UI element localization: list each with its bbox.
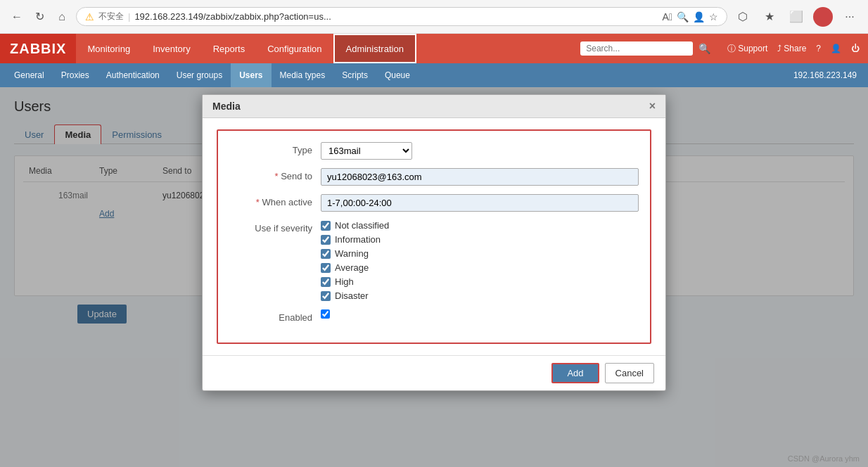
- top-nav-right: ⓘ Support ⤴ Share ? 👤 ⏻: [719, 41, 868, 56]
- type-label: Type: [229, 142, 321, 155]
- enabled-label: Enabled: [229, 309, 321, 323]
- modal-cancel-button[interactable]: Cancel: [605, 363, 654, 383]
- severity-not-classified-label: Not classified: [335, 220, 389, 231]
- whenactive-label: When active: [229, 194, 321, 207]
- modal-add-button[interactable]: Add: [551, 363, 599, 383]
- subnav-authentication[interactable]: Authentication: [98, 63, 168, 87]
- severity-average-row: Average: [321, 262, 639, 273]
- profile-avatar[interactable]: [813, 7, 833, 27]
- sub-navigation: General Proxies Authentication User grou…: [0, 63, 868, 87]
- subnav-scripts[interactable]: Scripts: [333, 63, 376, 87]
- enabled-control: [321, 309, 639, 321]
- severity-not-classified-row: Not classified: [321, 220, 639, 231]
- severity-label: Use if severity: [229, 220, 321, 234]
- severity-high-checkbox[interactable]: [321, 277, 331, 287]
- user-profile-icon[interactable]: 👤: [828, 42, 844, 55]
- form-row-whenactive: When active: [229, 194, 639, 212]
- nav-inventory[interactable]: Inventory: [141, 34, 201, 63]
- severity-warning-row: Warning: [321, 248, 639, 259]
- whenactive-control: [321, 194, 639, 212]
- translate-icon[interactable]: A⃥: [663, 11, 672, 23]
- sendto-control: [321, 168, 639, 186]
- nav-reports[interactable]: Reports: [202, 34, 257, 63]
- severity-disaster-row: Disaster: [321, 290, 639, 301]
- accounts-icon[interactable]: 👤: [693, 11, 705, 23]
- star-icon[interactable]: ☆: [709, 11, 718, 23]
- modal-form-box: Type 163mail Email SMS Jabber: [217, 129, 651, 344]
- url-text: 192.168.223.149/zabbix/zabbix.php?action…: [134, 11, 658, 22]
- nav-monitoring[interactable]: Monitoring: [76, 34, 141, 63]
- modal-title: Media: [212, 101, 241, 112]
- severity-warning-label: Warning: [335, 248, 369, 259]
- severity-information-label: Information: [335, 234, 381, 245]
- browser-action-bar: ⬡ ★ ⬜ ···: [733, 7, 860, 27]
- help-link[interactable]: ?: [813, 42, 824, 55]
- form-row-severity: Use if severity Not classified Informati…: [229, 220, 639, 301]
- collections-icon[interactable]: ⬜: [786, 7, 806, 27]
- type-select[interactable]: 163mail Email SMS Jabber: [321, 142, 412, 160]
- app-container: ZABBIX Monitoring Inventory Reports Conf…: [0, 34, 868, 467]
- whenactive-input[interactable]: [321, 194, 639, 212]
- severity-information-checkbox[interactable]: [321, 235, 331, 245]
- severity-warning-checkbox[interactable]: [321, 249, 331, 259]
- logout-icon[interactable]: ⏻: [848, 42, 862, 55]
- subnav-mediatypes[interactable]: Media types: [272, 63, 334, 87]
- subnav-usergroups[interactable]: User groups: [168, 63, 231, 87]
- search-input[interactable]: [580, 41, 693, 56]
- subnav-queue[interactable]: Queue: [376, 63, 419, 87]
- zoom-icon[interactable]: 🔍: [677, 11, 689, 23]
- severity-average-label: Average: [335, 262, 369, 273]
- subnav-general[interactable]: General: [6, 63, 53, 87]
- severity-not-classified-checkbox[interactable]: [321, 221, 331, 231]
- severity-average-checkbox[interactable]: [321, 263, 331, 273]
- severity-high-label: High: [335, 276, 354, 287]
- top-nav-items: Monitoring Inventory Reports Configurati…: [76, 34, 580, 63]
- modal-header: Media ×: [203, 95, 665, 118]
- zabbix-logo: ZABBIX: [0, 34, 76, 63]
- extensions-icon[interactable]: ⬡: [733, 7, 753, 27]
- footer-credit: CSDN @Aurora yhm: [788, 454, 860, 463]
- search-area: 🔍: [580, 41, 719, 56]
- share-link[interactable]: ⤴ Share: [774, 42, 809, 55]
- nav-configuration[interactable]: Configuration: [256, 34, 333, 63]
- favorites-icon[interactable]: ★: [760, 7, 779, 27]
- share-icon: ⤴: [777, 44, 781, 53]
- modal-overlay: Media × Type 163mail Email SMS: [0, 87, 868, 467]
- severity-information-row: Information: [321, 234, 639, 245]
- form-row-sendto: Send to: [229, 168, 639, 186]
- form-row-enabled: Enabled: [229, 309, 639, 323]
- severity-checkboxes: Not classified Information Warning: [321, 220, 639, 301]
- type-control: 163mail Email SMS Jabber: [321, 142, 639, 160]
- modal-body: Type 163mail Email SMS Jabber: [203, 118, 665, 355]
- page-content: Users User Media Permissions Media Type …: [0, 87, 868, 467]
- modal-footer: Add Cancel: [203, 355, 665, 390]
- top-navigation: ZABBIX Monitoring Inventory Reports Conf…: [0, 34, 868, 63]
- sendto-input[interactable]: [321, 168, 639, 186]
- security-label: 不安全: [98, 11, 124, 23]
- address-bar[interactable]: ⚠ 不安全 | 192.168.223.149/zabbix/zabbix.ph…: [76, 7, 727, 26]
- severity-high-row: High: [321, 276, 639, 287]
- sendto-label: Send to: [229, 168, 321, 181]
- security-warning-icon: ⚠: [85, 11, 94, 23]
- support-link[interactable]: ⓘ Support: [725, 41, 770, 56]
- more-options-icon[interactable]: ···: [840, 7, 860, 27]
- enabled-checkbox[interactable]: [321, 309, 330, 319]
- back-button[interactable]: ←: [8, 8, 25, 25]
- subnav-users[interactable]: Users: [231, 63, 271, 87]
- home-button[interactable]: ⌂: [53, 8, 70, 25]
- browser-bar: ← ↻ ⌂ ⚠ 不安全 | 192.168.223.149/zabbix/zab…: [0, 0, 868, 34]
- subnav-proxies[interactable]: Proxies: [53, 63, 98, 87]
- severity-disaster-label: Disaster: [335, 290, 369, 301]
- refresh-button[interactable]: ↻: [31, 8, 48, 25]
- support-icon: ⓘ: [727, 43, 736, 55]
- server-ip: 192.168.223.149: [793, 70, 862, 80]
- form-row-type: Type 163mail Email SMS Jabber: [229, 142, 639, 160]
- search-icon[interactable]: 🔍: [698, 43, 710, 54]
- media-modal: Media × Type 163mail Email SMS: [202, 94, 666, 391]
- modal-close-button[interactable]: ×: [649, 101, 656, 112]
- severity-disaster-checkbox[interactable]: [321, 291, 331, 301]
- nav-administration[interactable]: Administration: [333, 34, 416, 63]
